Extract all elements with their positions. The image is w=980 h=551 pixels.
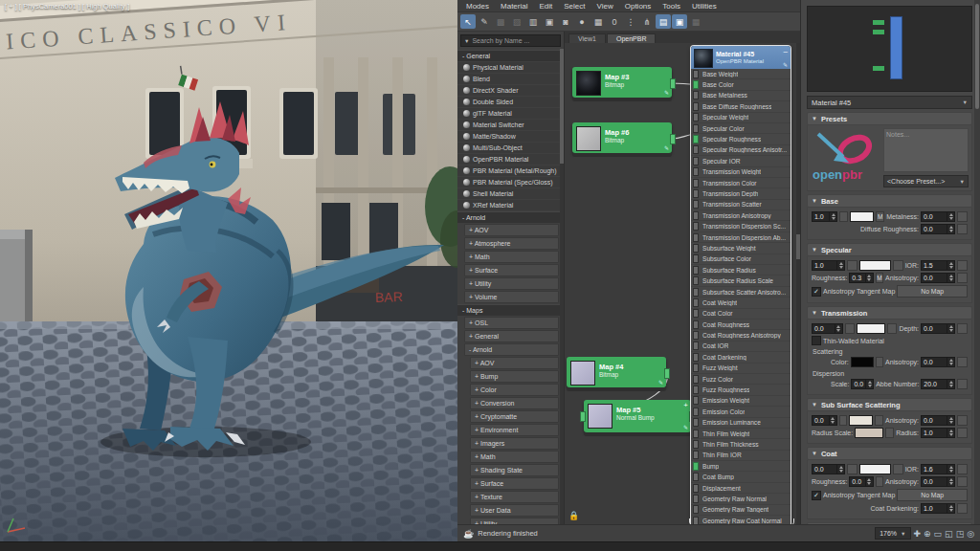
browser-sub-texture[interactable]: + Texture [470,491,559,503]
rollout-specular-header[interactable]: ▼Specular [807,243,972,256]
node-expand-icon[interactable]: + [683,402,688,409]
coat-tangent-map-checkbox[interactable]: ✓ [812,491,821,500]
slot-socket[interactable] [693,408,699,416]
radius-map-button[interactable] [957,428,968,438]
slot-socket[interactable] [693,211,699,220]
slot-socket[interactable] [693,342,699,350]
coat-color-swatch[interactable] [859,464,891,474]
render-map-icon[interactable]: ▣ [542,14,557,29]
slot-socket[interactable] [693,364,699,372]
sss-color-map-button[interactable] [875,415,883,426]
rollout-presets-header[interactable]: ▼Presets [807,112,972,125]
browser-item-physical-material[interactable]: Physical Material [457,62,560,73]
slot-socket[interactable] [693,375,699,384]
specular-tangent-no-map-button[interactable]: No Map [897,285,968,298]
menu-tools[interactable]: Tools [657,2,685,11]
zoom-icon[interactable]: ⊕ [924,529,931,539]
browser-item-blend[interactable]: Blend [457,74,560,84]
slot-socket[interactable] [693,124,699,133]
browser-sub-math[interactable]: + Math [470,451,559,463]
zoom-region-icon[interactable]: ▭ [934,529,943,539]
metalness-map-button[interactable] [957,211,968,222]
params-scrollbar[interactable] [974,0,980,524]
zoom-extents-icon[interactable]: ◱ [945,529,953,539]
metalness-spinner[interactable]: 0.0 [921,211,955,222]
pan-hand-icon[interactable]: ✚ [914,529,922,539]
diffuse-roughness-spinner[interactable]: 0.0 [921,224,955,234]
slot-fuzz-weight[interactable]: Fuzz Weight [691,364,791,374]
zoom-extents-selected-icon[interactable]: ◳ [956,529,965,539]
slot-socket[interactable] [693,288,699,297]
node-params-icon[interactable]: ✎ [664,144,669,151]
browser-item-matte-shadow[interactable]: Matte/Shadow [457,131,560,142]
slot-socket[interactable] [693,113,699,121]
search-input[interactable]: ▼ Search by Name ... [460,34,561,47]
specular-weight-spinner[interactable]: 1.0 [812,260,845,271]
map3-output-socket[interactable] [670,78,676,89]
rollout-base-header[interactable]: ▼Base [807,194,972,208]
slot-base-metalness[interactable]: Base Metalness [691,91,791,101]
sss-anisotropy-map-button[interactable] [957,415,968,426]
slot-socket[interactable] [693,331,699,340]
slot-socket[interactable] [693,418,699,427]
slot-coat-bump[interactable]: Coat Bump [691,472,791,482]
browser-group-general[interactable]: - General [457,50,560,61]
show-grid-icon[interactable]: ▤ [656,14,671,29]
node-canvas[interactable]: Map #3Bitmap ✎ Map #6Bitmap ✎ Map #4Bitm… [565,43,800,524]
specular-anisotropy-spinner[interactable]: 0.0 [921,273,955,283]
transmission-color-map-button[interactable] [887,323,897,334]
browser-sub-volume[interactable]: + Volume [464,291,559,303]
slot-socket[interactable] [693,386,699,394]
slot-socket[interactable] [693,309,699,318]
navigator-pane[interactable] [807,6,972,92]
node-material-45[interactable]: Material #45 OpenPBR Material – ✎ Base W… [691,46,791,524]
slot-subsurface-weight[interactable]: Subsurface Weight [691,243,791,253]
coat-roughness-spinner[interactable]: 0.0 [849,476,873,487]
slot-socket[interactable] [693,80,699,89]
node-map6[interactable]: Map #6Bitmap ✎ [572,122,672,153]
slot-socket[interactable] [693,157,699,165]
layout-vertical-icon[interactable]: ⋮ [623,14,638,29]
browser-item-pbr-material-spec-gloss-[interactable]: PBR Material (Spec/Gloss) [457,177,560,187]
slot-geometry-raw-normal[interactable]: Geometry Raw Normal [691,494,791,504]
choose-preset-dropdown[interactable]: <Choose Preset...>▼ [883,175,969,187]
slot-emission-weight[interactable]: Emission Weight [691,396,791,407]
sss-anisotropy-spinner[interactable]: 0.0 [921,415,955,426]
transmission-depth-spinner[interactable]: 0.0 [921,323,955,334]
abbe-map-button[interactable] [957,379,968,389]
abbe-number-spinner[interactable]: 20.0 [921,379,955,389]
browser-sub-shading-state[interactable]: + Shading State [470,464,559,476]
menu-edit[interactable]: Edit [534,2,557,11]
slot-socket[interactable] [693,200,699,209]
radius-spinner[interactable]: 1.0 [921,428,955,438]
browser-item-xref-material[interactable]: XRef Material [457,200,560,210]
browser-sub-surface[interactable]: + Surface [464,264,559,276]
tab-openpbr[interactable]: OpenPBR [607,33,657,43]
node-view[interactable]: View1OpenPBR Map #3Bitmap ✎ Map #6Bitmap… [565,32,800,524]
notes-field[interactable]: Notes... [883,128,969,172]
browser-sub-aov[interactable]: + AOV [464,224,559,236]
render-viewport[interactable]: ICO CLASSICO VI [0,0,457,541]
slot-socket[interactable] [693,102,699,111]
show-shaded-material-icon[interactable]: ● [574,14,590,29]
transmission-weight-map-button[interactable] [845,323,855,334]
slot-socket[interactable] [693,145,699,154]
hold-icon[interactable]: ▥ [525,14,541,29]
slot-subsurface-scatter-anisotro-[interactable]: Subsurface Scatter Anisotro... [691,287,791,298]
dispersion-scale-spinner[interactable]: 0.0 [851,379,874,389]
thin-walled-checkbox[interactable] [812,336,821,345]
search-dropdown-icon[interactable]: ▼ [464,38,469,44]
assign-material-icon[interactable]: ◙ [558,14,573,29]
slot-socket[interactable] [693,495,699,503]
coat-darkening-spinner[interactable]: 1.0 [921,503,955,514]
slot-socket[interactable] [693,70,699,78]
base-color-swatch[interactable] [850,211,875,222]
specular-anisotropy-map-button[interactable] [957,273,968,283]
slot-coat-ior[interactable]: Coat IOR [691,342,791,352]
browser-item-gltf-material[interactable]: glTF Material [457,108,560,119]
browser-sub-color[interactable]: + Color [470,384,559,396]
slot-socket[interactable] [693,266,699,275]
material-selector-dropdown[interactable]: Material #45▼ [807,96,972,109]
coat-tangent-no-map-button[interactable]: No Map [897,489,968,501]
browser-item-shell-material[interactable]: Shell Material [457,188,560,199]
